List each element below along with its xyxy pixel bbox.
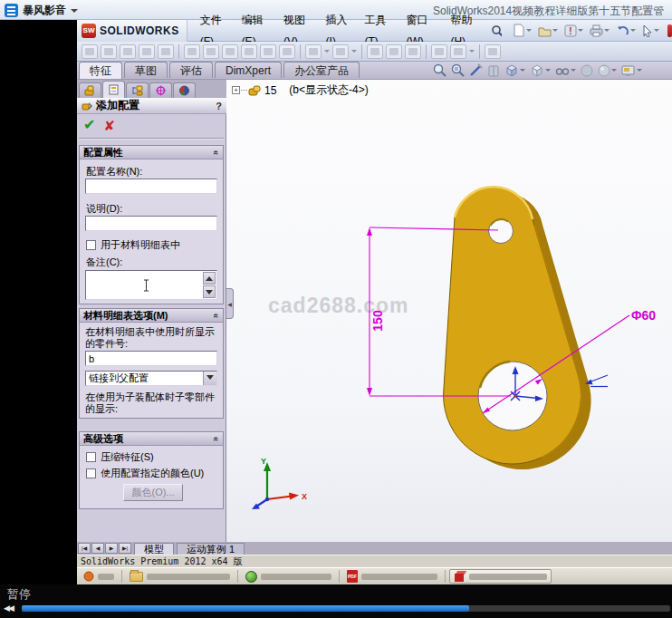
panel-tab-strip xyxy=(77,80,226,98)
tab-property-manager[interactable] xyxy=(102,81,125,98)
toolbar-icon[interactable] xyxy=(101,44,117,59)
zoom-fit-button[interactable] xyxy=(433,63,446,77)
toolbar-icon[interactable] xyxy=(367,44,383,59)
ok-button[interactable]: ✔ xyxy=(83,118,95,132)
progress-bar-track[interactable] xyxy=(22,605,670,612)
group-header-label: 高级选项 xyxy=(83,432,123,446)
view-settings-monitor-button[interactable] xyxy=(621,64,642,77)
tab-office-products[interactable]: 办公室产品 xyxy=(283,62,360,78)
print-button[interactable] xyxy=(588,24,611,38)
undo-button[interactable] xyxy=(614,24,638,38)
toolbar-icon[interactable] xyxy=(450,44,466,59)
toolbar-icon[interactable] xyxy=(120,44,136,59)
tab-dimxpert-manager[interactable] xyxy=(149,82,172,98)
taskbar-item[interactable] xyxy=(80,569,118,584)
open-button[interactable] xyxy=(536,24,560,38)
graphics-viewport[interactable]: cad2688.com xyxy=(226,80,672,542)
scroll-down-button[interactable] xyxy=(203,285,216,298)
feature-tree-item[interactable]: + 15 (b<显示状态-4>) xyxy=(232,82,369,98)
tab-motion-study[interactable]: 运动算例 1 xyxy=(177,543,245,555)
undo-icon xyxy=(616,24,629,37)
feature-toolbar xyxy=(77,42,672,62)
tab-scroll-first-button[interactable]: |◀ xyxy=(78,543,91,554)
chevron-down-icon xyxy=(654,29,659,34)
comment-textarea[interactable] xyxy=(85,270,217,300)
bom-use-checkbox[interactable] xyxy=(86,240,96,250)
color-button[interactable]: 颜色(O)... xyxy=(123,484,183,501)
taskbar-item[interactable] xyxy=(126,569,234,584)
toolbar-icon[interactable] xyxy=(241,44,257,59)
tab-features[interactable]: 特征 xyxy=(79,62,122,79)
view-settings-button[interactable] xyxy=(487,64,500,77)
tab-feature-manager[interactable] xyxy=(79,82,101,98)
expand-icon[interactable]: + xyxy=(232,86,240,94)
use-color-checkbox[interactable] xyxy=(86,468,96,478)
toolbar-icon[interactable] xyxy=(82,44,98,59)
use-color-row: 使用配置指定的颜色(U) xyxy=(86,467,204,480)
tab-scroll-last-button[interactable]: ▶| xyxy=(119,543,131,554)
toolbar-separator xyxy=(178,44,179,59)
taskbar-item[interactable]: PDF xyxy=(343,569,441,584)
panel-collapse-handle[interactable]: ◀ xyxy=(226,288,234,319)
toolbar-icon[interactable] xyxy=(431,44,447,59)
toolbar-icon[interactable] xyxy=(305,44,322,59)
group-advanced-options: 高级选项 « 压缩特征(S) 使用配置指定的颜色(U) 颜色(O)... xyxy=(79,431,224,509)
tab-scroll-prev-button[interactable]: ◀ xyxy=(91,543,104,554)
toolbar-more-icon[interactable] xyxy=(667,24,672,37)
part-number-input[interactable] xyxy=(85,351,217,366)
scroll-up-button[interactable] xyxy=(203,272,216,285)
hide-show-items-button[interactable] xyxy=(555,64,576,77)
bom-use-row: 用于材料明细表中 xyxy=(86,238,180,252)
config-name-label: 配置名称(N): xyxy=(86,165,142,179)
media-player-window: 暴风影音 SolidWorks2014视频教程详细版第十五节配置管 SW SOL… xyxy=(0,0,672,618)
tab-scroll-next-button[interactable]: ▶ xyxy=(105,543,118,554)
new-document-button[interactable] xyxy=(511,23,533,38)
display-style-button[interactable] xyxy=(504,63,525,77)
tab-dimxpert[interactable]: DimXpert xyxy=(215,62,282,78)
toolbar-icon[interactable] xyxy=(184,44,200,59)
toolbar-icon[interactable] xyxy=(222,44,238,59)
chevron-down-icon xyxy=(611,69,617,74)
taskbar-item-active[interactable] xyxy=(449,569,552,584)
collapse-icon[interactable]: « xyxy=(212,313,222,318)
zoom-area-button[interactable] xyxy=(451,63,465,77)
section-view-button[interactable] xyxy=(469,63,483,77)
chevron-down-icon xyxy=(71,9,78,16)
view-triad-icon: Y X xyxy=(252,457,307,509)
cancel-button[interactable]: ✘ xyxy=(103,119,115,132)
toolbar-icon[interactable] xyxy=(279,44,295,59)
bottom-tab-bar: |◀ ◀ ▶ ▶| 模型 运动算例 1 xyxy=(77,542,672,555)
glasses-icon xyxy=(555,64,570,77)
tab-display-manager[interactable] xyxy=(173,82,196,98)
toolbar-icon[interactable] xyxy=(203,44,219,59)
tab-evaluate[interactable]: 评估 xyxy=(169,62,213,78)
dropdown-arrow-button[interactable] xyxy=(203,372,216,385)
tab-model[interactable]: 模型 xyxy=(134,543,174,555)
tab-sketch[interactable]: 草图 xyxy=(124,62,168,78)
apply-scene-button[interactable] xyxy=(598,64,617,77)
description-input[interactable] xyxy=(85,216,217,231)
toolbar-icon[interactable] xyxy=(386,44,402,59)
select-button[interactable] xyxy=(640,24,661,38)
derive-from-dropdown[interactable]: 链接到父配置 xyxy=(85,371,217,386)
edit-appearance-button[interactable] xyxy=(581,64,593,77)
toolbar-icon[interactable] xyxy=(405,44,421,59)
view-orientation-button[interactable] xyxy=(530,63,551,77)
toolbar-icon[interactable] xyxy=(332,44,349,59)
rewind-icon[interactable]: ◀◀ xyxy=(4,604,13,613)
collapse-icon[interactable]: « xyxy=(212,436,222,441)
tab-configuration-manager[interactable] xyxy=(126,82,149,98)
dropdown-value: 链接到父配置 xyxy=(89,372,149,383)
toolbar-icon[interactable] xyxy=(139,44,155,59)
rebuild-button[interactable]: ! xyxy=(562,24,585,38)
player-menu-button[interactable]: 暴风影音 xyxy=(5,3,78,18)
toolbar-icon[interactable] xyxy=(158,44,174,59)
toolbar-icon[interactable] xyxy=(485,44,501,59)
toolbar-icon[interactable] xyxy=(260,44,276,59)
search-icon[interactable] xyxy=(491,24,502,37)
taskbar-item[interactable] xyxy=(242,569,335,584)
suppress-features-checkbox[interactable] xyxy=(86,452,96,462)
collapse-icon[interactable]: « xyxy=(212,150,222,155)
help-button[interactable]: ? xyxy=(216,101,222,111)
config-name-input[interactable] xyxy=(85,179,217,194)
